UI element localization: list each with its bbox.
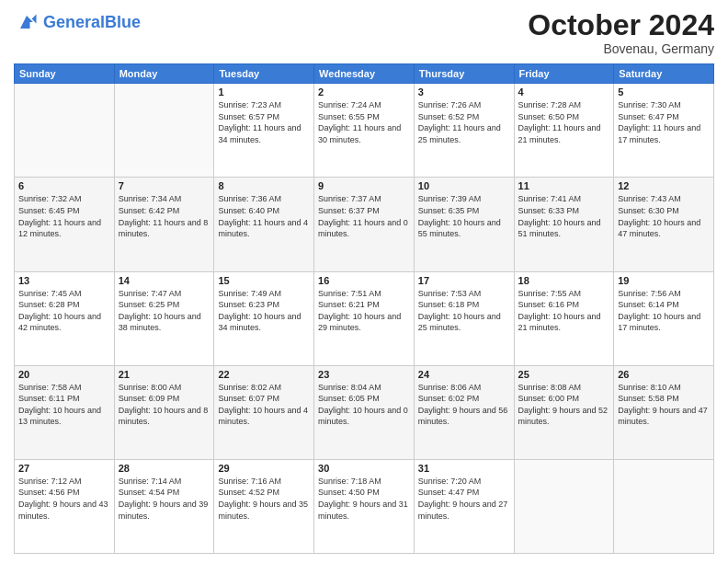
title-block: October 2024 Bovenau, Germany [528, 9, 714, 56]
day-info: Sunrise: 7:14 AMSunset: 4:54 PMDaylight:… [119, 476, 210, 522]
week-row-3: 13Sunrise: 7:45 AMSunset: 6:28 PMDayligh… [15, 271, 714, 365]
weekday-header-wednesday: Wednesday [314, 64, 415, 84]
calendar-cell [15, 84, 115, 178]
calendar-cell: 28Sunrise: 7:14 AMSunset: 4:54 PMDayligh… [114, 459, 214, 553]
calendar-cell: 9Sunrise: 7:37 AMSunset: 6:37 PMDaylight… [314, 178, 415, 271]
day-info: Sunrise: 7:43 AMSunset: 6:30 PMDaylight:… [618, 193, 710, 239]
calendar-cell: 7Sunrise: 7:34 AMSunset: 6:42 PMDaylight… [114, 178, 214, 271]
week-row-4: 20Sunrise: 7:58 AMSunset: 6:11 PMDayligh… [15, 365, 714, 459]
calendar-cell: 23Sunrise: 8:04 AMSunset: 6:05 PMDayligh… [314, 365, 415, 459]
calendar-cell [614, 459, 714, 553]
day-number: 1 [218, 86, 310, 98]
weekday-header-sunday: Sunday [15, 64, 115, 84]
day-number: 6 [18, 180, 110, 191]
day-info: Sunrise: 8:00 AMSunset: 6:09 PMDaylight:… [119, 382, 210, 428]
calendar-cell: 16Sunrise: 7:51 AMSunset: 6:21 PMDayligh… [314, 271, 415, 365]
day-number: 19 [618, 275, 710, 286]
day-number: 2 [318, 86, 410, 98]
day-number: 4 [518, 86, 610, 98]
calendar-cell: 13Sunrise: 7:45 AMSunset: 6:28 PMDayligh… [15, 271, 115, 365]
day-number: 12 [618, 180, 710, 191]
day-info: Sunrise: 7:12 AMSunset: 4:56 PMDaylight:… [18, 476, 110, 522]
day-info: Sunrise: 7:28 AMSunset: 6:50 PMDaylight:… [518, 99, 610, 145]
day-info: Sunrise: 8:06 AMSunset: 6:02 PMDaylight:… [418, 382, 510, 428]
logo-icon [14, 9, 40, 35]
calendar-cell: 15Sunrise: 7:49 AMSunset: 6:23 PMDayligh… [214, 271, 314, 365]
header: GeneralBlue October 2024 Bovenau, German… [14, 9, 714, 56]
day-info: Sunrise: 7:41 AMSunset: 6:33 PMDaylight:… [518, 193, 610, 239]
day-info: Sunrise: 7:16 AMSunset: 4:52 PMDaylight:… [218, 476, 310, 522]
day-number: 3 [418, 86, 510, 98]
day-number: 20 [18, 369, 110, 380]
calendar-cell: 20Sunrise: 7:58 AMSunset: 6:11 PMDayligh… [15, 365, 115, 459]
calendar-cell: 31Sunrise: 7:20 AMSunset: 4:47 PMDayligh… [414, 459, 514, 553]
day-info: Sunrise: 7:45 AMSunset: 6:28 PMDaylight:… [18, 288, 110, 334]
weekday-header-friday: Friday [514, 64, 614, 84]
day-info: Sunrise: 7:36 AMSunset: 6:40 PMDaylight:… [218, 193, 310, 239]
calendar-cell: 3Sunrise: 7:26 AMSunset: 6:52 PMDaylight… [414, 84, 514, 178]
day-number: 16 [318, 275, 410, 286]
calendar-cell: 26Sunrise: 8:10 AMSunset: 5:58 PMDayligh… [614, 365, 714, 459]
day-info: Sunrise: 7:58 AMSunset: 6:11 PMDaylight:… [18, 382, 110, 428]
location-subtitle: Bovenau, Germany [528, 41, 714, 56]
calendar-cell: 29Sunrise: 7:16 AMSunset: 4:52 PMDayligh… [214, 459, 314, 553]
day-info: Sunrise: 7:23 AMSunset: 6:57 PMDaylight:… [218, 99, 310, 145]
day-number: 25 [518, 369, 610, 380]
day-info: Sunrise: 8:10 AMSunset: 5:58 PMDaylight:… [618, 382, 710, 428]
day-info: Sunrise: 7:55 AMSunset: 6:16 PMDaylight:… [518, 288, 610, 334]
calendar-cell: 24Sunrise: 8:06 AMSunset: 6:02 PMDayligh… [414, 365, 514, 459]
day-info: Sunrise: 7:24 AMSunset: 6:55 PMDaylight:… [318, 99, 410, 145]
week-row-2: 6Sunrise: 7:32 AMSunset: 6:45 PMDaylight… [15, 178, 714, 271]
day-info: Sunrise: 7:37 AMSunset: 6:37 PMDaylight:… [318, 193, 410, 239]
logo-general: General [43, 13, 105, 31]
calendar-cell: 21Sunrise: 8:00 AMSunset: 6:09 PMDayligh… [114, 365, 214, 459]
day-info: Sunrise: 7:32 AMSunset: 6:45 PMDaylight:… [18, 193, 110, 239]
calendar-cell: 10Sunrise: 7:39 AMSunset: 6:35 PMDayligh… [414, 178, 514, 271]
calendar-cell: 19Sunrise: 7:56 AMSunset: 6:14 PMDayligh… [614, 271, 714, 365]
day-number: 5 [618, 86, 710, 98]
day-info: Sunrise: 8:08 AMSunset: 6:00 PMDaylight:… [518, 382, 610, 428]
day-info: Sunrise: 7:49 AMSunset: 6:23 PMDaylight:… [218, 288, 310, 334]
calendar-cell [514, 459, 614, 553]
day-info: Sunrise: 7:56 AMSunset: 6:14 PMDaylight:… [618, 288, 710, 334]
calendar-cell: 8Sunrise: 7:36 AMSunset: 6:40 PMDaylight… [214, 178, 314, 271]
page: GeneralBlue October 2024 Bovenau, German… [0, 0, 728, 563]
calendar-cell: 11Sunrise: 7:41 AMSunset: 6:33 PMDayligh… [514, 178, 614, 271]
weekday-header-tuesday: Tuesday [214, 64, 314, 84]
calendar-table: SundayMondayTuesdayWednesdayThursdayFrid… [14, 63, 714, 554]
logo: GeneralBlue [14, 9, 141, 35]
day-info: Sunrise: 8:02 AMSunset: 6:07 PMDaylight:… [218, 382, 310, 428]
day-number: 26 [618, 369, 710, 380]
calendar-cell: 5Sunrise: 7:30 AMSunset: 6:47 PMDaylight… [614, 84, 714, 178]
week-row-1: 1Sunrise: 7:23 AMSunset: 6:57 PMDaylight… [15, 84, 714, 178]
day-info: Sunrise: 7:53 AMSunset: 6:18 PMDaylight:… [418, 288, 510, 334]
calendar-cell: 17Sunrise: 7:53 AMSunset: 6:18 PMDayligh… [414, 271, 514, 365]
weekday-header-row: SundayMondayTuesdayWednesdayThursdayFrid… [15, 64, 714, 84]
calendar-cell: 12Sunrise: 7:43 AMSunset: 6:30 PMDayligh… [614, 178, 714, 271]
day-number: 13 [18, 275, 110, 286]
weekday-header-monday: Monday [114, 64, 214, 84]
day-info: Sunrise: 7:47 AMSunset: 6:25 PMDaylight:… [119, 288, 210, 334]
day-info: Sunrise: 7:26 AMSunset: 6:52 PMDaylight:… [418, 99, 510, 145]
day-info: Sunrise: 7:18 AMSunset: 4:50 PMDaylight:… [318, 476, 410, 522]
calendar-cell: 25Sunrise: 8:08 AMSunset: 6:00 PMDayligh… [514, 365, 614, 459]
day-number: 27 [18, 463, 110, 474]
day-number: 11 [518, 180, 610, 191]
calendar-cell: 27Sunrise: 7:12 AMSunset: 4:56 PMDayligh… [15, 459, 115, 553]
day-info: Sunrise: 7:34 AMSunset: 6:42 PMDaylight:… [119, 193, 210, 239]
calendar-cell: 4Sunrise: 7:28 AMSunset: 6:50 PMDaylight… [514, 84, 614, 178]
day-number: 24 [418, 369, 510, 380]
weekday-header-saturday: Saturday [614, 64, 714, 84]
day-info: Sunrise: 7:20 AMSunset: 4:47 PMDaylight:… [418, 476, 510, 522]
calendar-cell: 1Sunrise: 7:23 AMSunset: 6:57 PMDaylight… [214, 84, 314, 178]
day-number: 22 [218, 369, 310, 380]
logo-text: GeneralBlue [43, 13, 141, 32]
day-number: 18 [518, 275, 610, 286]
calendar-cell: 22Sunrise: 8:02 AMSunset: 6:07 PMDayligh… [214, 365, 314, 459]
calendar-cell: 18Sunrise: 7:55 AMSunset: 6:16 PMDayligh… [514, 271, 614, 365]
day-number: 17 [418, 275, 510, 286]
calendar-cell: 6Sunrise: 7:32 AMSunset: 6:45 PMDaylight… [15, 178, 115, 271]
weekday-header-thursday: Thursday [414, 64, 514, 84]
day-info: Sunrise: 7:30 AMSunset: 6:47 PMDaylight:… [618, 99, 710, 145]
day-number: 29 [218, 463, 310, 474]
